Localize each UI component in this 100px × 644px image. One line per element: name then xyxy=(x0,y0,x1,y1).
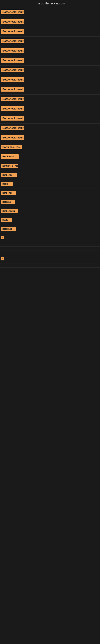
bottleneck-result-label: Bottleneck r xyxy=(1,209,18,213)
list-item xyxy=(0,246,100,251)
bottleneck-result-label: Bottleneck result xyxy=(1,39,24,43)
bottleneck-result-label: Bottleneck result xyxy=(1,77,24,82)
list-item: Bottleneck r xyxy=(0,207,100,216)
list-item: Bottle xyxy=(0,180,100,189)
list-item: Bottleneck resu xyxy=(0,143,100,152)
list-item xyxy=(0,276,100,280)
list-item: Bottleneck result xyxy=(0,133,100,143)
bottleneck-result-label: Bottleneck result xyxy=(1,106,24,111)
list-item: Bottleneck result xyxy=(0,56,100,66)
bottleneck-result-label: Bottleneck result xyxy=(1,29,24,34)
list-item xyxy=(0,251,100,255)
site-title: TheBottlenecker.com xyxy=(0,0,100,8)
list-item: Bottleneck result xyxy=(0,114,100,124)
list-item: Bottleneck res xyxy=(0,162,100,171)
bottleneck-result-label: Bottlenec xyxy=(1,227,16,231)
list-item: Bottleneck result xyxy=(0,75,100,85)
list-item xyxy=(0,242,100,246)
list-item: B xyxy=(0,234,100,242)
list-item: Bottleneck result xyxy=(0,94,100,104)
list-item: Bottleneck result xyxy=(0,104,100,114)
bottleneck-result-label: Bottleneck result xyxy=(1,87,24,92)
bottleneck-result-label: Bottle xyxy=(1,182,13,186)
list-item xyxy=(0,264,100,268)
bottleneck-result-label: Bottleneck result xyxy=(1,58,24,62)
rows-container: Bottleneck resultBottleneck resultBottle… xyxy=(0,8,100,280)
bottleneck-result-label: Bottleneck result xyxy=(1,126,24,130)
list-item: Bottlenec xyxy=(0,189,100,198)
bottleneck-result-label: Bottleneck result xyxy=(1,19,24,24)
list-item: Bottleneck result xyxy=(0,46,100,56)
list-item: Bottleneck result xyxy=(0,85,100,94)
bottleneck-result-label: B xyxy=(1,236,4,239)
bottleneck-result-label: Bottleneck result xyxy=(1,68,24,72)
bottleneck-result-label: B xyxy=(1,257,4,260)
bottleneck-result-label: Bottlenec xyxy=(1,191,16,195)
list-item: Bottleneck result xyxy=(0,17,100,27)
bottleneck-result-label: Bottlenec xyxy=(1,173,17,177)
list-item xyxy=(0,268,100,272)
list-item: Bottleneck result xyxy=(0,66,100,75)
list-item: Bottleneck xyxy=(0,152,100,162)
list-item xyxy=(0,272,100,276)
list-item: Bottlenec xyxy=(0,225,100,234)
bottleneck-result-label: Bottleneck result xyxy=(1,96,24,101)
bottleneck-result-label: Bottleneck result xyxy=(1,10,24,14)
bottleneck-result-label: Bottleneck result xyxy=(1,48,24,53)
bottleneck-result-label: Bottle xyxy=(1,218,12,222)
bottleneck-result-label: Bottleneck resu xyxy=(1,145,22,149)
bottleneck-result-label: Bottleneck result xyxy=(1,135,24,140)
bottleneck-result-label: Bottleneck res xyxy=(1,164,18,168)
bottleneck-result-label: Bottleneck xyxy=(1,154,19,159)
list-item: Bottlenec xyxy=(0,171,100,180)
bottleneck-result-label: Bottlene xyxy=(1,200,15,204)
bottleneck-result-label: Bottleneck result xyxy=(1,116,24,120)
list-item: Bottleneck result xyxy=(0,37,100,46)
list-item: Bottleneck result xyxy=(0,27,100,37)
list-item: B xyxy=(0,255,100,264)
list-item: Bottlene xyxy=(0,198,100,207)
list-item: Bottleneck result xyxy=(0,8,100,17)
list-item: Bottleneck result xyxy=(0,124,100,133)
list-item: Bottle xyxy=(0,216,100,225)
